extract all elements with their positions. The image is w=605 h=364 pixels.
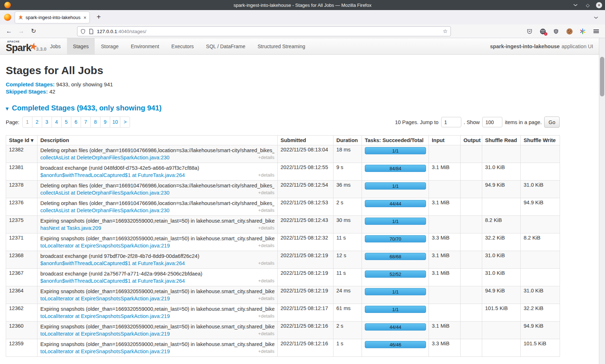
column-header-shuffle-read[interactable]: Shuffle Read: [482, 136, 521, 145]
callsite-link[interactable]: $anonfun$withThreadLocalCaptured$1 at Fu…: [40, 172, 185, 178]
nav-item-stages[interactable]: Stages: [67, 38, 95, 54]
maximize-icon[interactable]: ◇: [584, 3, 591, 8]
page-button-1[interactable]: 1: [22, 117, 32, 128]
column-header-description[interactable]: Description: [37, 136, 278, 145]
spark-logo[interactable]: APACHE Spark★ 3.3.0: [0, 38, 44, 54]
shuffle-write-cell: 31.0 KiB: [521, 181, 560, 198]
firefox-tabbar-icon[interactable]: [4, 14, 11, 21]
table-row: 12359Expiring snapshots (older_than=1669…: [6, 339, 560, 357]
details-toggle[interactable]: +details: [258, 242, 274, 249]
tasks-cell: 70/70: [362, 233, 429, 251]
details-toggle[interactable]: +details: [258, 189, 274, 196]
callsite-link[interactable]: collectAsList at DeleteOrphanFilesSparkA…: [40, 208, 170, 213]
page-button-7[interactable]: 7: [81, 117, 91, 128]
callsite-link[interactable]: collectAsList at DeleteOrphanFilesSparkA…: [40, 190, 170, 196]
skipped-stages-link[interactable]: Skipped Stages:: [6, 88, 48, 95]
description-cell: broadcast exchange (runId 048fd06f-d753-…: [37, 163, 278, 181]
tasks-cell: 1/1: [362, 145, 429, 163]
column-header-tasks-succeeded-total[interactable]: Tasks: Succeeded/Total: [362, 136, 429, 145]
back-button[interactable]: ←: [4, 27, 14, 36]
table-row: 12382Deleting orphan files (older_than=1…: [6, 145, 560, 163]
column-header-shuffle-write[interactable]: Shuffle Write: [521, 136, 560, 145]
column-header-input[interactable]: Input: [429, 136, 461, 145]
description-cell: Expiring snapshots (older_than=166932055…: [37, 216, 278, 233]
callsite-link[interactable]: toLocalIterator at ExpireSnapshotsSparkA…: [40, 243, 170, 249]
reload-button[interactable]: ↻: [29, 27, 38, 36]
callsite-link[interactable]: $anonfun$withThreadLocalCaptured$1 at Fu…: [40, 278, 185, 284]
column-header-submitted[interactable]: Submitted: [278, 136, 333, 145]
page-button-10[interactable]: 10: [110, 117, 121, 128]
table-row: 12362Expiring snapshots (older_than=1669…: [6, 304, 560, 322]
containers-extension-icon[interactable]: ×: [539, 27, 547, 35]
url-bar[interactable]: 127.0.0.1:4040/stages/ ☆: [77, 26, 451, 36]
scrollbar-track[interactable]: [599, 38, 605, 364]
description-cell: broadcast exchange (runId 2a75677f-a771-…: [37, 269, 278, 286]
tasks-cell: 84/84: [362, 163, 429, 181]
browser-tab[interactable]: spark-ingest-into-lakehous ×: [15, 12, 89, 23]
column-header-duration[interactable]: Duration: [333, 136, 362, 145]
details-toggle[interactable]: +details: [258, 224, 274, 232]
ublock-shield-icon[interactable]: [552, 27, 560, 35]
details-toggle[interactable]: +details: [258, 277, 274, 285]
details-toggle[interactable]: +details: [258, 260, 274, 267]
bookmark-star-icon[interactable]: ☆: [443, 28, 448, 35]
description-line2: +details$anonfun$withThreadLocalCaptured…: [40, 260, 274, 267]
items-per-page-input[interactable]: [482, 117, 502, 127]
output-cell: [461, 216, 482, 233]
description-text: Deleting orphan files (older_than=166910…: [40, 147, 274, 154]
column-header-stage-id[interactable]: Stage Id ▾: [6, 136, 37, 145]
completed-stages-link[interactable]: Completed Stages:: [6, 81, 55, 87]
details-toggle[interactable]: +details: [258, 313, 274, 320]
shuffle-read-cell: 31.0 KiB: [482, 163, 521, 181]
nav-item-executors[interactable]: Executors: [165, 38, 200, 54]
callsite-link[interactable]: toLocalIterator at ExpireSnapshotsSparkA…: [40, 296, 170, 301]
nav-item-environment[interactable]: Environment: [125, 38, 165, 54]
tasks-cell: 1/1: [362, 216, 429, 233]
tab-list-chevron-icon[interactable]: [593, 14, 599, 21]
task-progress-bar: 1/1: [365, 147, 426, 154]
completed-stages-section-header[interactable]: ▾ Completed Stages (9433, only showing 9…: [6, 104, 593, 112]
forward-button[interactable]: →: [17, 27, 26, 36]
cookie-icon[interactable]: [565, 27, 573, 35]
callsite-link[interactable]: toLocalIterator at ExpireSnapshotsSparkA…: [40, 313, 170, 319]
nav-item-sql-dataframe[interactable]: SQL / DataFrame: [200, 38, 251, 54]
page-info-icon[interactable]: [89, 29, 94, 34]
page-button-6[interactable]: 6: [71, 117, 81, 128]
page-button-8[interactable]: 8: [90, 117, 100, 128]
tab-close-icon[interactable]: ×: [84, 15, 86, 21]
details-toggle[interactable]: +details: [258, 330, 274, 337]
tracking-shield-icon[interactable]: [80, 29, 86, 34]
pocket-icon[interactable]: [525, 27, 533, 35]
callsite-link[interactable]: hasNext at Tasks.java:209: [40, 225, 101, 231]
page-button-9[interactable]: 9: [100, 117, 110, 128]
nav-item-structured-streaming[interactable]: Structured Streaming: [251, 38, 311, 54]
go-button[interactable]: Go: [544, 117, 560, 128]
callsite-link[interactable]: toLocalIterator at ExpireSnapshotsSparkA…: [40, 349, 170, 354]
extension-asterisk-icon[interactable]: [579, 27, 587, 35]
callsite-link[interactable]: $anonfun$withThreadLocalCaptured$1 at Fu…: [40, 260, 185, 266]
nav-item-storage[interactable]: Storage: [95, 38, 125, 54]
details-toggle[interactable]: +details: [258, 154, 274, 161]
details-toggle[interactable]: +details: [258, 348, 274, 355]
details-toggle[interactable]: +details: [258, 172, 274, 179]
menu-icon[interactable]: [592, 27, 600, 35]
callsite-link[interactable]: toLocalIterator at ExpireSnapshotsSparkA…: [40, 331, 170, 337]
new-tab-button[interactable]: +: [94, 12, 104, 22]
tasks-cell: 46/46: [362, 339, 429, 357]
page-button-3[interactable]: 3: [42, 117, 52, 128]
close-icon[interactable]: ×: [596, 2, 602, 8]
page-button-[interactable]: >: [120, 117, 130, 128]
page-button-4[interactable]: 4: [51, 117, 62, 128]
input-cell: 3.1 MiB: [429, 251, 461, 269]
jump-to-page-input[interactable]: [441, 117, 461, 127]
callsite-link[interactable]: collectAsList at DeleteOrphanFilesSparkA…: [40, 155, 170, 160]
minimize-icon[interactable]: [573, 3, 579, 7]
page-button-2[interactable]: 2: [32, 117, 42, 128]
page-button-5[interactable]: 5: [61, 117, 71, 128]
column-header-output[interactable]: Output: [461, 136, 482, 145]
scrollbar-thumb[interactable]: [600, 57, 604, 96]
nav-item-jobs[interactable]: Jobs: [44, 38, 67, 54]
details-toggle[interactable]: +details: [258, 207, 274, 214]
details-toggle[interactable]: +details: [258, 295, 274, 302]
stage-id-cell: 12368: [6, 251, 37, 269]
